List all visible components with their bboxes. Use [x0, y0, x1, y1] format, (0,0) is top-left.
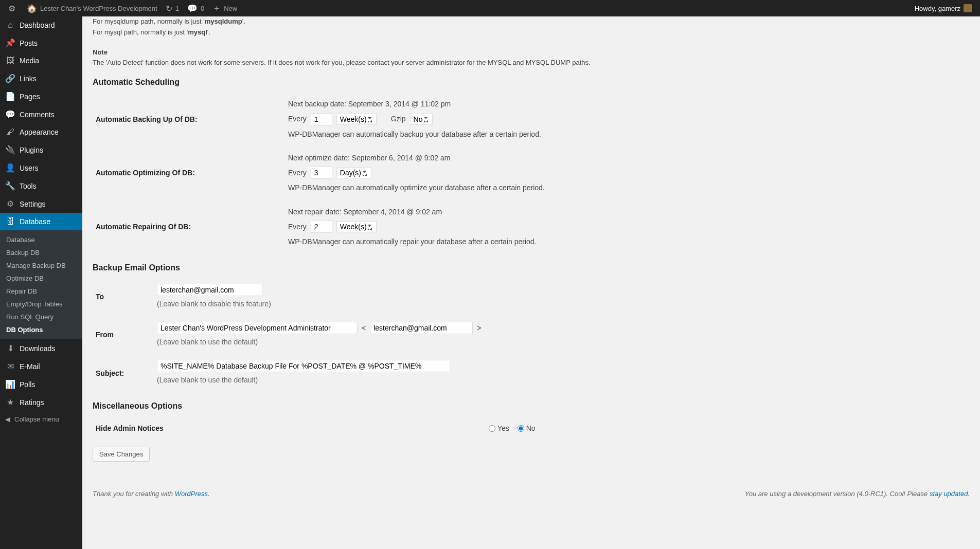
hide-notices-label: Hide Admin Notices: [93, 416, 484, 441]
sidebar-item-e-mail[interactable]: ✉E-Mail: [0, 357, 82, 375]
sidebar-item-label: Ratings: [20, 398, 44, 407]
subject-input[interactable]: [157, 360, 450, 372]
from-name-input[interactable]: [157, 322, 358, 334]
submenu-item-backup-db[interactable]: Backup DB: [0, 246, 82, 259]
download-icon: ⬇: [5, 343, 15, 353]
backup-gzip-select[interactable]: No: [410, 114, 433, 125]
misc-heading: Miscellaneous Options: [93, 401, 970, 411]
sidebar-item-label: Comments: [20, 111, 55, 119]
poll-icon: 📊: [5, 379, 15, 389]
save-button[interactable]: Save Changes: [93, 447, 150, 462]
page-icon: 📄: [5, 92, 15, 101]
wordpress-link[interactable]: WordPress: [175, 490, 208, 498]
avatar: [964, 4, 972, 12]
sidebar-item-label: Users: [20, 164, 39, 172]
backup-label: Automatic Backing Up Of DB:: [93, 92, 283, 146]
sidebar-item-label: E-Mail: [20, 362, 40, 371]
plus-icon: ＋: [212, 3, 221, 14]
sidebar-item-pages[interactable]: 📄Pages: [0, 87, 82, 105]
wordpress-icon: ⚙: [8, 4, 15, 13]
comment-icon: 💬: [187, 4, 198, 13]
dashboard-icon: ⌂: [5, 21, 15, 30]
wp-logo[interactable]: ⚙: [4, 0, 23, 16]
sidebar-item-database[interactable]: 🗄Database: [0, 213, 82, 230]
database-icon: 🗄: [5, 217, 15, 226]
sidebar-item-label: Pages: [20, 93, 40, 101]
repair-interval-input[interactable]: [311, 221, 332, 233]
from-label: From: [93, 316, 152, 354]
backup-interval-input[interactable]: [311, 113, 332, 125]
updates-link[interactable]: ↻1: [162, 0, 183, 16]
collapse-menu[interactable]: ◀Collapse menu: [0, 411, 82, 427]
optimize-period-select[interactable]: Day(s): [336, 167, 371, 178]
note-block: Note The 'Auto Detect' function does not…: [93, 47, 970, 69]
path-hints: For mysqldump path, normally is just 'my…: [93, 16, 970, 38]
sidebar-item-users[interactable]: 👤Users: [0, 159, 82, 177]
sidebar-item-dashboard[interactable]: ⌂Dashboard: [0, 16, 82, 34]
sidebar-item-label: Polls: [20, 380, 35, 389]
comments-count: 0: [201, 5, 204, 12]
email-icon: ✉: [5, 361, 15, 371]
submenu-item-empty-drop-tables[interactable]: Empty/Drop Tables: [0, 298, 82, 310]
sidebar-item-polls[interactable]: 📊Polls: [0, 375, 82, 393]
sidebar-item-settings[interactable]: ⚙Settings: [0, 195, 82, 213]
hide-notices-no[interactable]: No: [518, 424, 536, 432]
email-heading: Backup Email Options: [93, 263, 970, 272]
site-link[interactable]: 🏠Lester Chan's WordPress Development: [23, 0, 162, 16]
sidebar-item-downloads[interactable]: ⬇Downloads: [0, 339, 82, 357]
optimize-label: Automatic Optimizing Of DB:: [93, 146, 283, 200]
backup-desc: WP-DBManager can automatically backup yo…: [288, 129, 965, 140]
admin-bar: ⚙ 🏠Lester Chan's WordPress Development ↻…: [0, 0, 980, 16]
next-repair-date: September 4, 2014 @ 9:02 am: [343, 208, 442, 216]
sidebar-item-tools[interactable]: 🔧Tools: [0, 177, 82, 195]
comments-link[interactable]: 💬0: [183, 0, 208, 16]
submenu-item-database[interactable]: Database: [0, 233, 82, 246]
sidebar-item-posts[interactable]: 📌Posts: [0, 34, 82, 52]
submenu-item-repair-db[interactable]: Repair DB: [0, 285, 82, 298]
admin-sidebar: ⌂Dashboard📌Posts🖼Media🔗Links📄Pages💬Comme…: [0, 16, 82, 505]
plugin-icon: 🔌: [5, 145, 15, 155]
sidebar-item-comments[interactable]: 💬Comments: [0, 105, 82, 123]
email-table: To (Leave blank to disable this feature)…: [93, 278, 970, 392]
backup-period-select[interactable]: Week(s): [336, 114, 377, 125]
repair-period-select[interactable]: Week(s): [336, 221, 377, 232]
star-icon: ★: [5, 397, 15, 407]
brush-icon: 🖌: [5, 127, 15, 137]
repair-label: Automatic Repairing Of DB:: [93, 200, 283, 254]
chevron-left-icon: ◀: [5, 415, 10, 423]
misc-table: Hide Admin Notices Yes No: [93, 416, 970, 441]
note-title: Note: [93, 47, 970, 58]
sidebar-item-label: Plugins: [20, 146, 43, 154]
sidebar-item-label: Tools: [20, 182, 37, 190]
from-email-input[interactable]: [370, 322, 473, 334]
optimize-interval-input[interactable]: [311, 167, 332, 179]
sidebar-item-label: Links: [20, 75, 37, 83]
submenu-item-manage-backup-db[interactable]: Manage Backup DB: [0, 259, 82, 272]
repair-desc: WP-DBManager can automatically repair yo…: [288, 236, 965, 247]
submenu-item-db-options[interactable]: DB Options: [0, 323, 82, 336]
hide-notices-yes[interactable]: Yes: [489, 424, 509, 432]
sidebar-item-links[interactable]: 🔗Links: [0, 69, 82, 87]
from-hint: (Leave blank to use the default): [157, 336, 965, 347]
optimize-desc: WP-DBManager can automatically optimize …: [288, 182, 965, 193]
submenu-item-run-sql-query[interactable]: Run SQL Query: [0, 310, 82, 323]
home-icon: 🏠: [27, 4, 37, 13]
sidebar-item-media[interactable]: 🖼Media: [0, 52, 82, 69]
stay-updated-link[interactable]: stay updated: [930, 490, 968, 498]
sidebar-item-label: Database: [20, 217, 50, 226]
sidebar-item-plugins[interactable]: 🔌Plugins: [0, 141, 82, 159]
note-body: The 'Auto Detect' function does not work…: [93, 58, 970, 68]
sidebar-item-appearance[interactable]: 🖌Appearance: [0, 123, 82, 141]
link-icon: 🔗: [5, 74, 15, 83]
comment-icon: 💬: [5, 109, 15, 119]
howdy-link[interactable]: Howdy, gamerz: [911, 4, 976, 12]
to-input[interactable]: [157, 284, 262, 296]
next-optimize-date: September 6, 2014 @ 9:02 am: [352, 154, 451, 162]
sidebar-item-label: Media: [20, 57, 39, 65]
sidebar-item-ratings[interactable]: ★Ratings: [0, 393, 82, 411]
new-link[interactable]: ＋New: [208, 0, 241, 16]
submenu-item-optimize-db[interactable]: Optimize DB: [0, 272, 82, 285]
sidebar-item-label: Downloads: [20, 344, 55, 353]
submenu: DatabaseBackup DBManage Backup DBOptimiz…: [0, 230, 82, 339]
refresh-icon: ↻: [166, 4, 172, 13]
